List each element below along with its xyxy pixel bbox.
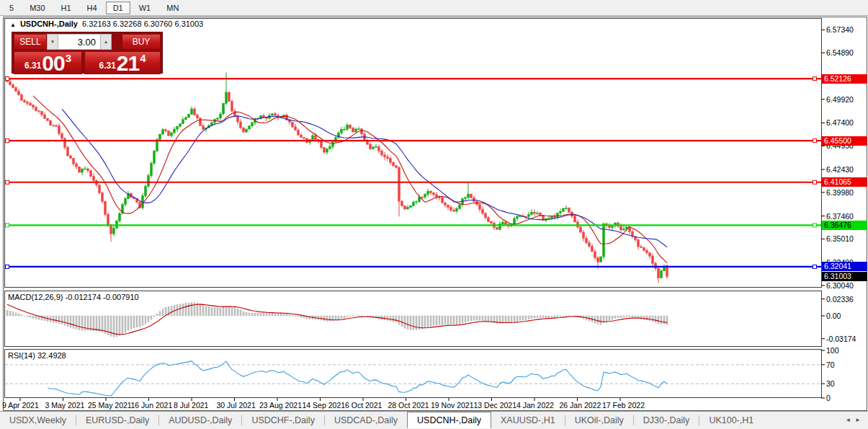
date-axis-label: 17 Feb 2022 xyxy=(602,401,645,410)
candle-body xyxy=(375,147,377,148)
buy-button[interactable]: BUY xyxy=(122,34,161,50)
tab-xauusd-h1[interactable]: XAUUSD-,H1 xyxy=(491,412,565,428)
macd-histogram-bar xyxy=(81,316,83,330)
line-handle[interactable] xyxy=(6,139,9,143)
macd-histogram-bar xyxy=(470,316,472,321)
candle-body xyxy=(450,208,452,211)
candle-body xyxy=(384,155,386,157)
rsi-axis-tick: 70 xyxy=(826,361,835,369)
candle-body xyxy=(352,128,354,131)
macd-histogram-bar xyxy=(531,316,532,319)
candle-body xyxy=(234,111,236,116)
ohlc-quotes: 6.32163 6.32268 6.30760 6.31003 xyxy=(82,19,203,28)
price-level-badge[interactable]: 6.52126 xyxy=(822,74,867,84)
candle-body xyxy=(565,208,568,209)
macd-histogram-bar xyxy=(35,316,37,319)
tab-audusd-daily[interactable]: AUDUSD-,Daily xyxy=(159,412,241,428)
candle-body xyxy=(398,167,401,201)
date-axis-label: 30 Jul 2021 xyxy=(217,401,256,410)
sell-button[interactable]: SELL xyxy=(14,34,47,50)
tab-uk100-h1[interactable]: UK100-,H1 xyxy=(699,412,763,428)
candle-body xyxy=(537,213,539,214)
candle-body xyxy=(421,197,424,198)
candle-body xyxy=(591,247,594,252)
macd-histogram-bar xyxy=(413,316,414,330)
chart-title: ▲USDCNH-,Daily6.32163 6.32268 6.30760 6.… xyxy=(10,19,203,28)
candle-body xyxy=(534,212,536,213)
macd-histogram-bar xyxy=(542,316,544,318)
macd-histogram-bar xyxy=(525,316,527,319)
rsi-axis-tick: 30 xyxy=(826,379,835,388)
candle-body xyxy=(47,118,49,120)
rsi-axis-tick: 0 xyxy=(826,394,831,402)
macd-histogram-bar xyxy=(217,308,218,316)
macd-histogram-bar xyxy=(93,316,94,331)
macd-histogram-bar xyxy=(465,316,466,322)
macd-histogram-bar xyxy=(597,316,599,324)
candle-body xyxy=(171,133,173,136)
candle-body xyxy=(119,213,121,221)
price-level-badge[interactable]: 6.41065 xyxy=(822,177,867,187)
candle-body xyxy=(165,130,167,131)
price-level-badge[interactable]: 6.32041 xyxy=(822,262,867,271)
macd-histogram-bar xyxy=(295,316,296,317)
line-handle[interactable] xyxy=(813,224,817,227)
tab-usdx-weekly[interactable]: USDX,Weekly xyxy=(0,412,76,428)
line-handle[interactable] xyxy=(6,77,9,81)
tab-usdcnh-daily[interactable]: USDCNH-,Daily xyxy=(407,412,491,428)
candle-body xyxy=(243,128,245,132)
macd-histogram-bar xyxy=(361,316,362,317)
tab-scroll-arrows[interactable]: ◄► xyxy=(845,417,865,423)
tab-scroll-left-icon[interactable]: ◄ xyxy=(845,417,855,423)
macd-histogram-bar xyxy=(571,316,573,317)
line-handle[interactable] xyxy=(6,224,9,227)
candle-body xyxy=(479,205,481,209)
tab-ukoil-daily[interactable]: UKOil-,Daily xyxy=(565,412,633,428)
macd-histogram-bar xyxy=(99,316,100,332)
price-level-badge[interactable]: 6.45500 xyxy=(822,136,867,146)
macd-histogram-bar xyxy=(326,316,328,321)
macd-histogram-bar xyxy=(211,307,212,316)
macd-histogram-bar xyxy=(450,316,452,324)
tab-dj30-daily[interactable]: DJ30-,Daily xyxy=(634,412,699,428)
price-level-badge[interactable]: 6.36476 xyxy=(822,221,867,230)
volume-input[interactable] xyxy=(58,34,100,50)
macd-histogram-bar xyxy=(649,316,650,321)
sell-price-button[interactable]: 6.31 00 3 xyxy=(14,51,82,74)
macd-histogram-bar xyxy=(623,316,625,317)
candle-body xyxy=(378,147,380,151)
macd-histogram-bar xyxy=(266,314,267,316)
macd-histogram-bar xyxy=(600,316,601,324)
candle-body xyxy=(594,252,596,258)
candle-body xyxy=(197,115,199,118)
line-handle[interactable] xyxy=(6,265,9,268)
candle-body xyxy=(551,216,553,218)
line-handle[interactable] xyxy=(813,77,817,81)
candle-body xyxy=(410,205,412,207)
volume-increase-button[interactable]: ▲ xyxy=(100,34,112,50)
tab-scroll-right-icon[interactable]: ► xyxy=(855,417,865,423)
candle-body xyxy=(168,131,170,136)
candle-body xyxy=(194,109,196,115)
tab-usdcad-daily[interactable]: USDCAD-,Daily xyxy=(325,412,407,428)
line-handle[interactable] xyxy=(813,180,817,184)
macd-histogram-bar xyxy=(300,316,302,317)
macd-histogram-bar xyxy=(643,316,645,319)
chart-tab-bar: USDX,WeeklyEURUSD-,DailyAUDUSD-,DailyUSD… xyxy=(0,411,868,429)
candle-body xyxy=(200,118,202,125)
candle-body xyxy=(467,194,470,198)
line-handle[interactable] xyxy=(6,180,9,184)
candle-body xyxy=(548,218,550,219)
macd-histogram-bar xyxy=(228,306,230,316)
buy-price-button[interactable]: 6.31 21 4 xyxy=(84,51,161,74)
macd-histogram-bar xyxy=(151,316,152,319)
volume-decrease-button[interactable]: ▼ xyxy=(47,34,58,50)
macd-histogram-bar xyxy=(70,316,71,327)
line-handle[interactable] xyxy=(813,139,817,143)
collapse-triangle-icon[interactable]: ▲ xyxy=(10,22,16,28)
tab-usdchf-daily[interactable]: USDCHF-,Daily xyxy=(242,412,324,428)
candle-body xyxy=(381,151,383,155)
line-handle[interactable] xyxy=(813,265,817,268)
candle-body xyxy=(79,167,81,172)
tab-eurusd-daily[interactable]: EURUSD-,Daily xyxy=(76,412,158,428)
